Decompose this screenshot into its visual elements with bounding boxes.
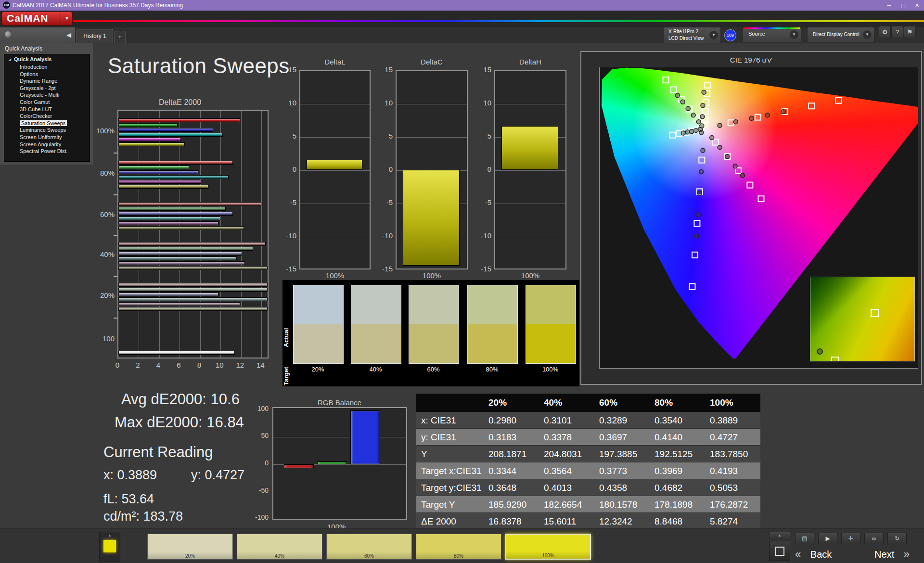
deltae-bar-80%-green: [118, 166, 189, 169]
deltae-bar-80%-cyan: [118, 175, 229, 179]
chevron-down-icon[interactable]: ▼: [709, 31, 718, 39]
gridline: [159, 111, 160, 358]
pattern-button-40%[interactable]: 40%: [237, 534, 322, 560]
table-cell: 208.1871: [484, 446, 539, 462]
measurement-circle-yellow: [700, 115, 705, 119]
target-square-magenta: [735, 168, 741, 174]
pattern-button-80%[interactable]: 80%: [416, 534, 501, 560]
delta_c-y-tick: -5: [372, 198, 393, 206]
deltae-group-label: 80%: [86, 169, 115, 177]
table-cell: 0.3969: [650, 462, 705, 479]
measurement-circle-blue: [697, 191, 702, 195]
next-button[interactable]: Next »: [853, 546, 910, 563]
measurement-circle-green: [691, 113, 695, 117]
table-cell: 16.8378: [484, 513, 539, 530]
sidebar-item-screen-angularity[interactable]: Screen Angularity: [20, 141, 105, 148]
sidebar-item-saturation-sweeps[interactable]: Saturation Sweeps: [20, 120, 105, 127]
deltae-bar-60%-magenta: [118, 221, 218, 225]
gear-icon[interactable]: ⚙: [879, 26, 891, 38]
deltae-x-tick: 8: [193, 361, 205, 369]
pattern-button-100%[interactable]: 100%: [505, 534, 591, 560]
table-row-label: Target y:CIE31: [416, 479, 484, 496]
pattern-button-60%[interactable]: 60%: [326, 534, 412, 560]
next-chevrons-icon: »: [904, 548, 910, 560]
meter-dropdown[interactable]: X-Rite i1Pro 2 LCD Direct View ▼: [663, 27, 721, 43]
stop-button[interactable]: [769, 541, 790, 561]
transport-chevron-up-button[interactable]: ▲: [769, 532, 790, 539]
deltae-bar-20%-yellow: [118, 307, 268, 311]
transport-button-2[interactable]: ✛: [841, 533, 860, 544]
target-square-yellow: [705, 82, 710, 88]
pattern-button-20%[interactable]: 20%: [147, 534, 233, 560]
deltae-bar-40%-blue: [118, 252, 242, 256]
source-dropdown[interactable]: Source ▼: [743, 27, 801, 42]
deltae-bar-60%-red: [118, 202, 261, 206]
next-label: Next: [874, 549, 894, 560]
measurement-circle-cyan: [690, 129, 694, 134]
delta_l-xlabel: 100%: [299, 271, 371, 280]
logo-dropdown-arrow-icon[interactable]: ▼: [61, 12, 73, 25]
pattern-source-button[interactable]: ▲: [99, 532, 120, 562]
tab-history-1[interactable]: History 1: [77, 29, 113, 43]
help-icon[interactable]: ?: [891, 26, 903, 38]
sidebar-item-3d-cube-lut[interactable]: 3D Cube LUT: [20, 106, 105, 113]
sidebar-item-screen-uniformity[interactable]: Screen Uniformity: [20, 134, 105, 141]
deltae-chart-title: DeltaE 2000: [159, 98, 201, 107]
target-square-magenta: [758, 196, 764, 202]
stop-icon: [775, 547, 784, 556]
transport-button-0[interactable]: ▤: [795, 533, 814, 544]
table-row-label: Y: [416, 446, 484, 462]
pin-icon[interactable]: ⚑: [904, 26, 916, 38]
sidebar-item-spectral-power-dist-[interactable]: Spectral Power Dist.: [20, 148, 105, 155]
table-cell: 0.3648: [484, 479, 539, 496]
delta_h-bar: [501, 126, 558, 170]
pattern-button-label: 80%: [416, 553, 501, 559]
measurement-circle-yellow: [700, 124, 704, 128]
table-cell: 0.2980: [484, 412, 539, 429]
gridline: [300, 104, 370, 104]
sidebar-item-introduction[interactable]: Introduction: [20, 64, 105, 71]
rgb-bar-green: [317, 461, 347, 464]
collapse-sidebar-icon[interactable]: ◀: [66, 30, 74, 40]
transport-button-4[interactable]: ↻: [887, 533, 907, 544]
deltae-x-tick: 14: [255, 361, 266, 369]
delta_l-title: DeltaL: [299, 58, 371, 66]
chevron-down-icon[interactable]: ▼: [863, 30, 872, 39]
target-square-red: [835, 98, 841, 103]
sidebar-item-grayscale-multi[interactable]: Grayscale - Multi: [20, 92, 105, 99]
sidebar-item-color-gamut[interactable]: Color Gamut: [20, 99, 105, 106]
add-tab-button[interactable]: +: [114, 31, 126, 43]
transport-button-3[interactable]: ∞: [864, 533, 884, 544]
workflow-root-item[interactable]: Quick Analysis: [14, 56, 99, 63]
window-title: CalMAN 2017 CalMAN Ultimate for Business…: [13, 0, 183, 11]
deltae-bar-80%-magenta: [118, 180, 201, 184]
deltae-bar-40%-red: [118, 242, 266, 246]
display-control-accent: [808, 28, 810, 41]
swatch-target-60%: [409, 324, 459, 363]
pattern-button-label: 60%: [327, 553, 411, 559]
transport-button-1[interactable]: ▶: [818, 533, 837, 544]
measurement-circle-magenta: [741, 173, 745, 178]
minimize-button[interactable]: ─: [882, 0, 896, 11]
calman-logo-button[interactable]: CalMAN ▼: [1, 12, 73, 26]
table-header-cell: 80%: [650, 394, 705, 412]
table-row: x: CIE310.29800.31010.32890.35400.3889: [416, 412, 760, 429]
sidebar-item-options[interactable]: Options: [20, 71, 105, 78]
delta_c-y-tick: -15: [372, 265, 393, 273]
table-cell: 8.8468: [650, 513, 705, 530]
sidebar-item-grayscale-2pt[interactable]: Grayscale - 2pt: [20, 85, 105, 92]
meter-line2: LCD Direct View: [668, 36, 704, 41]
sidebar-item-colorchecker[interactable]: ColorChecker: [20, 113, 105, 120]
current-cdm2: cd/m²: 183.78: [103, 509, 183, 524]
close-button[interactable]: ✕: [910, 0, 924, 11]
measurement-circle-red: [765, 113, 770, 117]
sidebar-item-dynamic-range[interactable]: Dynamic Range: [20, 78, 105, 85]
chevron-down-icon[interactable]: ▼: [790, 30, 798, 39]
rgb-balance-chart: [272, 407, 407, 520]
delta_c-xlabel: 100%: [396, 271, 468, 280]
display-control-dropdown[interactable]: Direct Display Control ▼: [807, 27, 874, 42]
workflow-dot-icon[interactable]: [5, 31, 11, 38]
back-button[interactable]: « Back: [795, 546, 848, 563]
maximize-button[interactable]: ▢: [896, 0, 910, 11]
table-header-cell: 20%: [484, 394, 539, 412]
